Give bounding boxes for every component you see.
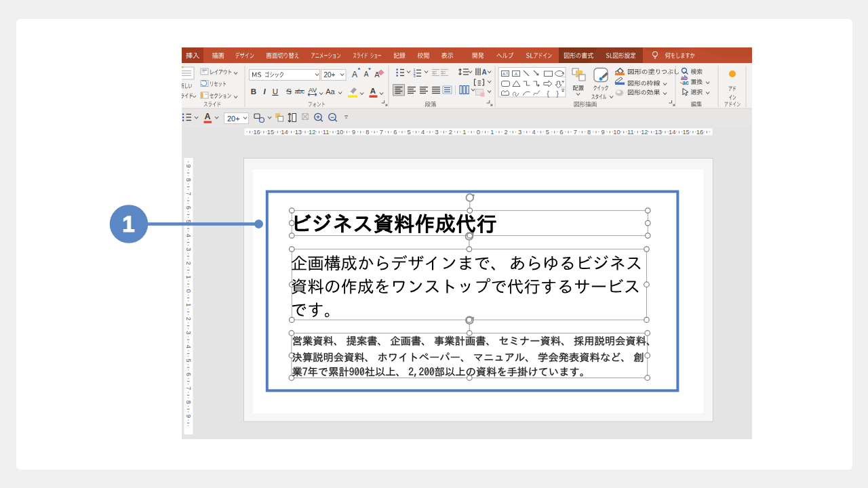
- svg-text:12: 12: [641, 129, 648, 136]
- svg-text:9: 9: [601, 129, 604, 136]
- svg-text:10: 10: [613, 129, 620, 136]
- svg-text:20+: 20+: [227, 115, 240, 123]
- svg-text:10: 10: [336, 129, 343, 136]
- svg-text:2: 2: [449, 129, 452, 136]
- svg-text:3: 3: [413, 74, 415, 78]
- svg-text:ac: ac: [682, 79, 689, 86]
- svg-text:−: −: [330, 114, 334, 121]
- svg-text:1: 1: [185, 275, 192, 279]
- svg-text:9: 9: [352, 129, 355, 136]
- svg-text:15: 15: [267, 129, 274, 136]
- svg-text:3: 3: [185, 247, 192, 251]
- svg-text:}: }: [556, 89, 559, 98]
- svg-text:9: 9: [185, 414, 192, 418]
- svg-text:3: 3: [435, 129, 438, 136]
- svg-text:11: 11: [323, 129, 330, 136]
- svg-text:Aa: Aa: [326, 87, 335, 96]
- svg-text:A: A: [370, 87, 376, 95]
- svg-text:{: {: [547, 89, 549, 98]
- svg-text:2: 2: [185, 262, 192, 265]
- svg-text:14: 14: [281, 129, 288, 136]
- svg-text:5: 5: [408, 129, 411, 136]
- svg-text:0: 0: [477, 129, 480, 136]
- svg-text:9: 9: [185, 164, 192, 167]
- svg-text:U: U: [273, 87, 278, 96]
- svg-text:6: 6: [559, 129, 563, 136]
- svg-text:7: 7: [380, 129, 383, 136]
- svg-text:13: 13: [655, 129, 662, 136]
- svg-text:A: A: [481, 68, 486, 76]
- svg-text:5: 5: [546, 129, 549, 136]
- svg-text:A: A: [204, 112, 210, 121]
- svg-text:16: 16: [696, 129, 703, 136]
- svg-text:1: 1: [490, 129, 494, 136]
- svg-text:4: 4: [421, 129, 425, 136]
- svg-text:15: 15: [682, 129, 689, 136]
- svg-text:8: 8: [366, 129, 369, 136]
- svg-text:20+: 20+: [324, 71, 336, 79]
- svg-text:12: 12: [309, 129, 315, 136]
- svg-text:8: 8: [185, 401, 192, 404]
- svg-text:1: 1: [122, 211, 134, 237]
- svg-text:11: 11: [627, 129, 634, 136]
- svg-text:3: 3: [185, 331, 192, 334]
- svg-text:2: 2: [185, 317, 192, 321]
- svg-text:6: 6: [393, 129, 397, 136]
- svg-text:7: 7: [185, 192, 192, 195]
- svg-text:A: A: [364, 70, 369, 78]
- svg-text:B: B: [251, 87, 256, 96]
- svg-text:4: 4: [532, 129, 535, 136]
- svg-text:2: 2: [505, 129, 508, 136]
- svg-text:7: 7: [185, 386, 192, 390]
- svg-text:0: 0: [185, 289, 192, 293]
- svg-text:3: 3: [518, 129, 521, 136]
- svg-text:8: 8: [185, 178, 192, 182]
- svg-text:8: 8: [587, 129, 591, 136]
- svg-text:+: +: [316, 114, 319, 121]
- svg-text:A: A: [352, 70, 357, 79]
- svg-text:1: 1: [185, 303, 192, 306]
- svg-text:7: 7: [574, 129, 577, 136]
- svg-text:4: 4: [185, 345, 192, 348]
- svg-text:A: A: [502, 72, 505, 76]
- svg-text:abc: abc: [295, 88, 305, 95]
- svg-text:13: 13: [295, 129, 302, 136]
- svg-text:5: 5: [185, 359, 192, 362]
- svg-text:4: 4: [185, 234, 192, 237]
- svg-text:AV: AV: [309, 86, 317, 94]
- svg-text:14: 14: [669, 129, 675, 136]
- svg-text:6: 6: [185, 373, 192, 376]
- svg-text:1: 1: [462, 129, 466, 136]
- svg-text:16: 16: [253, 129, 260, 136]
- svg-text:A: A: [515, 72, 517, 76]
- svg-text:6: 6: [185, 206, 192, 209]
